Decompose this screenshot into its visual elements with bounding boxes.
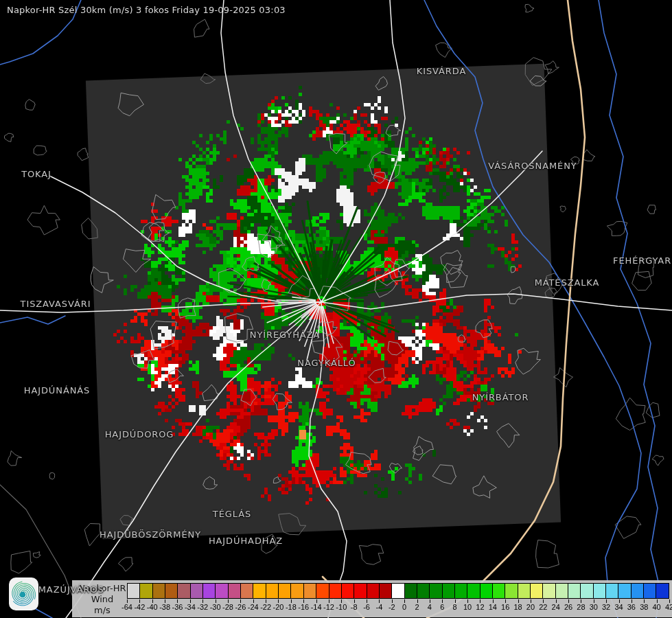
colorbar-swatch: [455, 584, 467, 598]
colorbar-swatch: [128, 584, 140, 598]
colorbar-value: 42: [665, 603, 672, 611]
city-label: HAJDÚDOROG: [105, 429, 174, 439]
colorbar-value: -26: [235, 603, 246, 611]
colorbar-swatch: [153, 584, 165, 598]
colorbar-swatch: [581, 584, 593, 598]
colorbar-swatch: [241, 584, 253, 598]
legend-unit-label: m/s: [76, 605, 128, 616]
colorbar-swatch: [568, 584, 581, 598]
city-label: KISVÁRDA: [417, 66, 466, 76]
colorbar-value: 6: [440, 603, 444, 611]
radar-map-canvas: [0, 0, 672, 618]
city-label: TOKAJ: [21, 169, 51, 179]
colorbar-swatch: [417, 584, 430, 598]
colorbar-value: 18: [513, 603, 522, 611]
colorbar-value: 2: [415, 603, 419, 611]
colorbar-swatch: [178, 584, 190, 598]
colorbar-value: -16: [298, 603, 309, 611]
colorbar-value: 40: [653, 603, 661, 611]
colorbar-value: -32: [197, 603, 208, 611]
city-label: HAJDÚBÖSZÖRMÉNY: [100, 529, 201, 540]
colorbar-swatch: [618, 584, 631, 598]
colorbar-value: -40: [147, 603, 158, 611]
city-label: FEHÉRGYARMAT: [613, 255, 672, 266]
swirl-logo-icon: [9, 577, 38, 610]
city-label: VÁSÁROSNAMÉNY: [488, 161, 577, 171]
colorbar-swatch: [656, 584, 668, 598]
colorbar-swatch: [304, 584, 316, 598]
radar-viewer: Napkor-HR Szél 30km (m/s) 3 fokos Friday…: [0, 0, 672, 618]
colorbar-swatch: [594, 584, 606, 598]
colorbar-swatch: [165, 584, 178, 598]
colorbar-value: -6: [363, 603, 370, 611]
colorbar-value: 14: [489, 603, 497, 611]
colorbar-value: 26: [564, 603, 572, 611]
city-label: NYÍREGYHÁZA: [250, 330, 320, 340]
legend-panel: Napkor-HR Wind m/s -64-42-40-38-36-34-32…: [72, 580, 672, 617]
colorbar-value: -38: [159, 603, 170, 611]
city-label: HAJDÚNÁNÁS: [24, 385, 91, 396]
colorbar-swatch: [203, 584, 216, 598]
colorbar-value: -36: [172, 603, 183, 611]
colorbar-swatch: [191, 584, 203, 598]
colorbar-swatch: [216, 584, 228, 598]
colorbar-swatch: [606, 584, 618, 598]
colorbar-swatch: [493, 584, 505, 598]
colorbar-value: -18: [286, 603, 297, 611]
colorbar-swatch: [443, 584, 455, 598]
colorbar-swatch: [556, 584, 568, 598]
colorbar-value: -2: [389, 603, 395, 611]
colorbar-swatch: [531, 584, 543, 598]
colorbar-swatch: [253, 584, 266, 598]
colorbar-value: 12: [476, 603, 484, 611]
colorbar-value: 24: [552, 603, 560, 611]
colorbar-value: 36: [627, 603, 636, 611]
colorbar-value: 38: [640, 603, 648, 611]
colorbar-value: 22: [539, 603, 547, 611]
colorbar-swatch: [632, 584, 644, 598]
city-label: NAGYKÁLLÓ: [297, 358, 356, 368]
colorbar-swatch: [329, 584, 342, 598]
colorbar-value: -20: [273, 603, 284, 611]
colorbar-swatch: [405, 584, 417, 598]
colorbar-value: -22: [260, 603, 271, 611]
colorbar-swatch: [316, 584, 329, 598]
colorbar-value: 16: [501, 603, 509, 611]
colorbar-swatch: [354, 584, 367, 598]
colorbar-value: -34: [185, 603, 196, 611]
colorbar-value: 30: [590, 603, 598, 611]
colorbar-swatch: [367, 584, 380, 598]
colorbar-value: -10: [336, 603, 347, 611]
city-label: TÉGLÁS: [213, 509, 251, 519]
colorbar-value: -14: [311, 603, 322, 611]
colorbar-value: -24: [248, 603, 259, 611]
colorbar-value: 20: [526, 603, 535, 611]
legend-colorbar: [127, 583, 669, 599]
colorbar-value: -28: [222, 603, 233, 611]
colorbar-value: 10: [463, 603, 472, 611]
colorbar-swatch: [430, 584, 442, 598]
city-label: TISZAVASVÁRI: [21, 299, 91, 309]
colorbar-value: 0: [402, 603, 406, 611]
colorbar-swatch: [291, 584, 303, 598]
colorbar-swatch: [140, 584, 152, 598]
colorbar-swatch: [266, 584, 279, 598]
city-label: MÁTÉSZALKA: [535, 277, 600, 288]
colorbar-value: 8: [453, 603, 457, 611]
city-label: HAJDÚHADHÁZ: [209, 536, 283, 546]
colorbar-value: 28: [577, 603, 585, 611]
colorbar-swatch: [543, 584, 555, 598]
city-label: NYÍRBÁTOR: [472, 392, 529, 402]
colorbar-value: -12: [323, 603, 334, 611]
colorbar-swatch: [518, 584, 531, 598]
colorbar-value: -64: [121, 603, 132, 611]
colorbar-value: -8: [351, 603, 358, 611]
legend-quantity-label: Wind: [76, 594, 128, 605]
colorbar-swatch: [392, 584, 404, 598]
colorbar-value: -42: [134, 603, 145, 611]
colorbar-swatch: [342, 584, 354, 598]
colorbar-swatch: [229, 584, 241, 598]
colorbar-swatch: [467, 584, 480, 598]
app-logo: [9, 577, 38, 610]
colorbar-value: 34: [614, 603, 623, 611]
